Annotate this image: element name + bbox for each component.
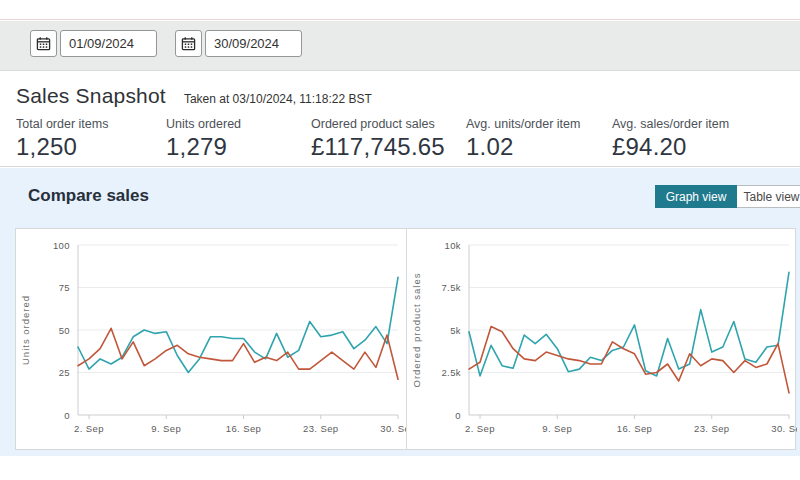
date-from-group <box>30 30 157 57</box>
metric-ordered-product-sales: Ordered product sales £117,745.65 <box>311 117 445 161</box>
svg-text:75: 75 <box>59 282 70 293</box>
section-title: Compare sales <box>28 186 149 206</box>
metric-units-ordered: Units ordered 1,279 <box>166 117 241 161</box>
svg-text:Units ordered: Units ordered <box>20 295 31 365</box>
svg-text:2. Sep: 2. Sep <box>465 423 495 434</box>
metric-avg-units-per-order-item: Avg. units/order item 1.02 <box>466 117 580 161</box>
svg-text:9. Sep: 9. Sep <box>542 423 572 434</box>
metric-value: £117,745.65 <box>311 133 445 161</box>
svg-text:2. Sep: 2. Sep <box>74 423 104 434</box>
svg-text:30. Sep: 30. Sep <box>771 423 797 434</box>
metric-label: Avg. sales/order item <box>612 117 729 131</box>
calendar-icon[interactable] <box>175 30 202 57</box>
svg-text:7.5k: 7.5k <box>441 282 461 293</box>
snapshot-timestamp: Taken at 03/10/2024, 11:18:22 BST <box>184 92 372 106</box>
table-view-button[interactable]: Table view <box>737 185 800 208</box>
svg-text:0: 0 <box>64 410 70 421</box>
date-from-input[interactable] <box>60 30 157 57</box>
sales-snapshot-panel: Sales Snapshot Taken at 03/10/2024, 11:1… <box>0 70 800 167</box>
svg-text:Ordered product sales: Ordered product sales <box>411 273 422 388</box>
svg-text:23. Sep: 23. Sep <box>303 423 339 434</box>
svg-text:25: 25 <box>59 367 70 378</box>
snapshot-header: Sales Snapshot Taken at 03/10/2024, 11:1… <box>16 84 372 108</box>
graph-view-button[interactable]: Graph view <box>655 185 737 208</box>
charts-card: 02550751002. Sep9. Sep16. Sep23. Sep30. … <box>15 228 796 450</box>
sales-dashboard-page: Sales Snapshot Taken at 03/10/2024, 11:1… <box>0 0 800 480</box>
units-ordered-chart: 02550751002. Sep9. Sep16. Sep23. Sep30. … <box>16 229 406 449</box>
ordered-product-sales-chart: 02.5k5k7.5k10k2. Sep9. Sep16. Sep23. Sep… <box>406 229 796 449</box>
svg-text:23. Sep: 23. Sep <box>694 423 730 434</box>
metric-value: 1.02 <box>466 133 580 161</box>
date-to-group <box>175 30 302 57</box>
top-strip <box>0 0 800 20</box>
date-range-toolbar <box>0 21 800 70</box>
svg-text:16. Sep: 16. Sep <box>226 423 262 434</box>
compare-sales-section: Compare sales Graph view Table view 0255… <box>0 168 800 456</box>
metric-total-order-items: Total order items 1,250 <box>16 117 108 161</box>
metric-label: Total order items <box>16 117 108 131</box>
metric-value: £94.20 <box>612 133 729 161</box>
svg-text:30. Sep: 30. Sep <box>380 423 406 434</box>
metric-avg-sales-per-order-item: Avg. sales/order item £94.20 <box>612 117 729 161</box>
metric-label: Units ordered <box>166 117 241 131</box>
svg-text:0: 0 <box>455 410 461 421</box>
svg-text:2.5k: 2.5k <box>441 367 461 378</box>
svg-text:50: 50 <box>59 325 70 336</box>
svg-text:16. Sep: 16. Sep <box>617 423 653 434</box>
metric-value: 1,250 <box>16 133 108 161</box>
metric-label: Ordered product sales <box>311 117 445 131</box>
svg-text:100: 100 <box>53 240 70 251</box>
svg-text:5k: 5k <box>450 325 461 336</box>
view-toggle: Graph view Table view <box>655 185 800 208</box>
footer-strip <box>0 456 800 480</box>
calendar-icon[interactable] <box>30 30 57 57</box>
metric-label: Avg. units/order item <box>466 117 580 131</box>
svg-text:10k: 10k <box>444 240 461 251</box>
metric-value: 1,279 <box>166 133 241 161</box>
page-title: Sales Snapshot <box>16 84 166 108</box>
svg-text:9. Sep: 9. Sep <box>151 423 181 434</box>
date-to-input[interactable] <box>205 30 302 57</box>
